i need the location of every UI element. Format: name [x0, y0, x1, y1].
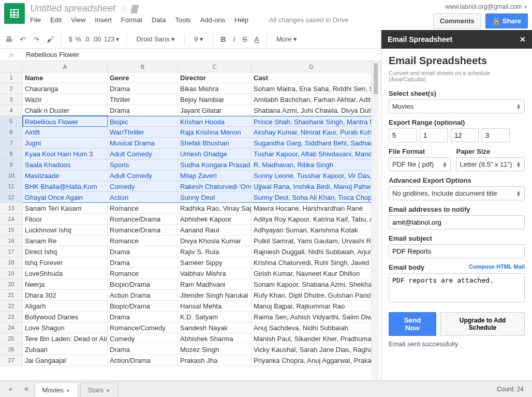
cell[interactable]: Rufy Khan, Dipti Dhotre, Gulshan Pandey: [252, 290, 372, 301]
cell[interactable]: Abhishek Kapoor: [178, 214, 252, 225]
cell[interactable]: Shabana Azmi, Juhi Chawla, Divya Dutta, …: [252, 105, 372, 116]
header-name[interactable]: Name: [23, 72, 108, 83]
row-header[interactable]: 3: [0, 94, 23, 105]
selection-count[interactable]: Count: 24: [492, 384, 529, 395]
row-header[interactable]: 9: [0, 159, 23, 170]
header-genre[interactable]: Genre: [108, 72, 178, 83]
row-header[interactable]: 10: [0, 170, 23, 181]
cell[interactable]: Luckhnowi Ishq: [23, 225, 108, 236]
range-row-end[interactable]: [451, 128, 479, 142]
row-header[interactable]: 20: [0, 279, 23, 290]
row-header[interactable]: 14: [0, 214, 23, 225]
cell[interactable]: Abhishek Sharma: [178, 333, 252, 344]
cell[interactable]: Anuj Sachdeva, Nidhi Subbaiah: [252, 322, 372, 333]
row-header[interactable]: 16: [0, 236, 23, 246]
row-header[interactable]: 25: [0, 333, 23, 344]
cell[interactable]: Sanam Re: [23, 236, 108, 246]
cell[interactable]: Saala Khadoos: [23, 159, 108, 170]
compose-html-link[interactable]: Compose HTML Mail: [469, 263, 525, 270]
cell[interactable]: Zubaan: [23, 344, 108, 355]
print-icon[interactable]: 🖶: [5, 35, 12, 43]
row-header[interactable]: 23: [0, 312, 23, 322]
cell[interactable]: Drama: [108, 312, 178, 322]
row-header[interactable]: 6: [0, 127, 23, 138]
cell[interactable]: Aanand Raut: [178, 225, 252, 236]
cell[interactable]: Tere Bin Laden: Dead or Alive: [23, 333, 108, 344]
cell[interactable]: Adult Comedy: [108, 149, 178, 159]
cell[interactable]: Krishna Chaturvedi, Ruhi Singh, Javed Ja…: [252, 257, 372, 268]
upgrade-button[interactable]: Upgrade to Add Schedule: [440, 312, 525, 336]
cell[interactable]: Vaibhav Mishra: [178, 268, 252, 279]
cell[interactable]: Sports: [108, 159, 178, 170]
format-dec-dec[interactable]: .0: [84, 36, 89, 43]
cell[interactable]: Ujjwal Rana, Inshika Bedi, Manoj Pahwa, …: [252, 181, 372, 192]
cell[interactable]: Drama: [108, 246, 178, 257]
cell[interactable]: Action/Drama: [108, 355, 178, 366]
cell[interactable]: R. Madhavan, Ritika Singh: [252, 159, 372, 170]
cell[interactable]: Sudha Kongara Prasad: [178, 159, 252, 170]
cell[interactable]: Vicky Kaushal, Sarah Jane Dias, Raghav C…: [252, 344, 372, 355]
cell[interactable]: BHK Bhalla@Halla.Kom: [23, 181, 108, 192]
row-header[interactable]: 17: [0, 246, 23, 257]
cell[interactable]: Jugni: [23, 138, 108, 149]
scrollbar-vertical[interactable]: [374, 63, 378, 94]
cell[interactable]: Drama: [108, 83, 178, 94]
cell[interactable]: Bollywood Diaries: [23, 312, 108, 322]
more-toolbar[interactable]: More ▾: [274, 34, 299, 44]
cell[interactable]: War/Thriller: [108, 127, 178, 138]
cell[interactable]: Comedy: [108, 333, 178, 344]
menu-insert[interactable]: Insert: [95, 16, 112, 24]
row-header[interactable]: 21: [0, 290, 23, 301]
cell[interactable]: Raja Krishna Menon: [178, 127, 252, 138]
cell[interactable]: Mastizaade: [23, 170, 108, 181]
cell[interactable]: Girish Kumar, Navneet Kaur Dhillon: [252, 268, 372, 279]
text-color-icon[interactable]: A: [255, 35, 259, 43]
cell[interactable]: Manish Paul, Sikander Kher, Pradhuman Si: [252, 333, 372, 344]
cell[interactable]: Romance: [108, 268, 178, 279]
cell[interactable]: Sunny Deol: [178, 192, 252, 203]
select-sheets-dropdown[interactable]: Movies▲▼: [389, 99, 525, 113]
cell[interactable]: Romance: [108, 236, 178, 246]
range-col-start[interactable]: [420, 128, 448, 142]
col-header-a[interactable]: A: [23, 61, 108, 72]
row-header[interactable]: 8: [0, 149, 23, 159]
comments-button[interactable]: Comments: [433, 13, 481, 28]
cell[interactable]: Biopic/Drama: [108, 279, 178, 290]
cell[interactable]: Chauranga: [23, 83, 108, 94]
menu-addons[interactable]: Add-ons: [200, 16, 225, 24]
cell[interactable]: Akshay Kumar, Nimrat Kaur, Purab Kohli,: [252, 127, 372, 138]
cell[interactable]: Wazir: [23, 94, 108, 105]
select-all-corner[interactable]: [0, 61, 23, 72]
cell[interactable]: Divya Khosla Kumar: [178, 236, 252, 246]
cell[interactable]: Biopic: [108, 116, 178, 127]
cell[interactable]: Soham Maitra, Ena Saha, Riddhi Sen, Sanj…: [252, 83, 372, 94]
row-header[interactable]: 5: [0, 116, 23, 127]
cell[interactable]: Romance: [108, 203, 178, 214]
font-select[interactable]: Droid Sans ▾: [134, 34, 177, 44]
cell[interactable]: Raima Sen, Ashish Vidyarthi, Salim Diwan…: [252, 312, 372, 322]
cell[interactable]: Milap Zaveri: [178, 170, 252, 181]
format-inc-dec[interactable]: .00: [92, 36, 101, 43]
cell[interactable]: K.D. Satyam: [178, 312, 252, 322]
row-header[interactable]: 7: [0, 138, 23, 149]
cell[interactable]: Biopic/Drama: [108, 301, 178, 312]
format-more[interactable]: 123 ▾: [104, 36, 119, 43]
add-sheet-button[interactable]: ＋: [3, 383, 18, 396]
menu-help[interactable]: Help: [234, 16, 248, 24]
range-col-end[interactable]: [482, 128, 510, 142]
cell[interactable]: Love Shagun: [23, 322, 108, 333]
cell[interactable]: Musical Drama: [108, 138, 178, 149]
cell[interactable]: Thriller: [108, 94, 178, 105]
cell[interactable]: Dhara 302: [23, 290, 108, 301]
strike-icon[interactable]: S: [242, 35, 247, 43]
cell[interactable]: Rakesh Chaturvedi 'Om': [178, 181, 252, 192]
col-header-b[interactable]: B: [108, 61, 178, 72]
row-header[interactable]: 12: [0, 192, 23, 203]
emails-input[interactable]: [389, 215, 525, 229]
cell[interactable]: LoveShhuda: [23, 268, 108, 279]
document-title[interactable]: Untitled spreadsheet: [30, 3, 115, 14]
close-icon[interactable]: ✕: [520, 35, 526, 43]
cell[interactable]: Adhyayan Suman, Karishma Kotak: [252, 225, 372, 236]
cell[interactable]: Tushar Kapoor, Aftab Shivdasani, Mandana: [252, 149, 372, 159]
cell[interactable]: Jayant Gilatar: [178, 105, 252, 116]
